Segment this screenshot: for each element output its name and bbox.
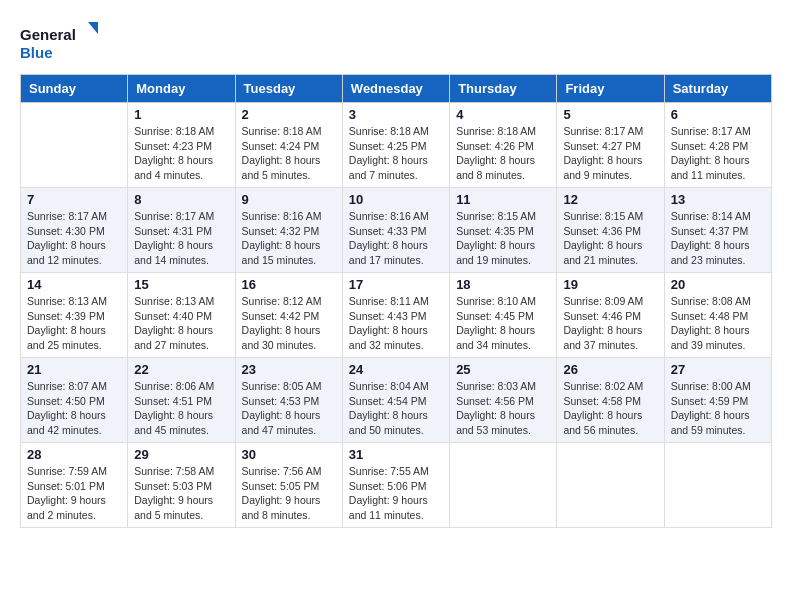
day-info: Sunrise: 8:08 AM Sunset: 4:48 PM Dayligh… [671, 294, 765, 353]
day-info: Sunrise: 8:13 AM Sunset: 4:39 PM Dayligh… [27, 294, 121, 353]
calendar-cell [664, 443, 771, 528]
day-number: 19 [563, 277, 657, 292]
sunset: Sunset: 5:01 PM [27, 480, 105, 492]
sunrise: Sunrise: 7:58 AM [134, 465, 214, 477]
day-info: Sunrise: 8:17 AM Sunset: 4:31 PM Dayligh… [134, 209, 228, 268]
day-number: 10 [349, 192, 443, 207]
day-number: 21 [27, 362, 121, 377]
sunrise: Sunrise: 8:11 AM [349, 295, 429, 307]
day-info: Sunrise: 8:16 AM Sunset: 4:32 PM Dayligh… [242, 209, 336, 268]
column-header-sunday: Sunday [21, 75, 128, 103]
daylight: Daylight: 8 hours and 47 minutes. [242, 409, 321, 436]
calendar-cell: 22 Sunrise: 8:06 AM Sunset: 4:51 PM Dayl… [128, 358, 235, 443]
sunset: Sunset: 4:39 PM [27, 310, 105, 322]
calendar-cell [450, 443, 557, 528]
daylight: Daylight: 8 hours and 30 minutes. [242, 324, 321, 351]
day-info: Sunrise: 8:02 AM Sunset: 4:58 PM Dayligh… [563, 379, 657, 438]
day-number: 8 [134, 192, 228, 207]
daylight: Daylight: 8 hours and 15 minutes. [242, 239, 321, 266]
sunset: Sunset: 4:50 PM [27, 395, 105, 407]
calendar-week-row: 14 Sunrise: 8:13 AM Sunset: 4:39 PM Dayl… [21, 273, 772, 358]
day-number: 12 [563, 192, 657, 207]
day-info: Sunrise: 8:18 AM Sunset: 4:24 PM Dayligh… [242, 124, 336, 183]
sunrise: Sunrise: 8:12 AM [242, 295, 322, 307]
day-number: 17 [349, 277, 443, 292]
daylight: Daylight: 8 hours and 4 minutes. [134, 154, 213, 181]
sunset: Sunset: 4:37 PM [671, 225, 749, 237]
column-header-monday: Monday [128, 75, 235, 103]
sunrise: Sunrise: 8:06 AM [134, 380, 214, 392]
daylight: Daylight: 8 hours and 17 minutes. [349, 239, 428, 266]
day-number: 15 [134, 277, 228, 292]
day-number: 6 [671, 107, 765, 122]
calendar-cell: 10 Sunrise: 8:16 AM Sunset: 4:33 PM Dayl… [342, 188, 449, 273]
daylight: Daylight: 8 hours and 59 minutes. [671, 409, 750, 436]
sunset: Sunset: 4:54 PM [349, 395, 427, 407]
day-number: 29 [134, 447, 228, 462]
day-number: 13 [671, 192, 765, 207]
day-info: Sunrise: 8:17 AM Sunset: 4:27 PM Dayligh… [563, 124, 657, 183]
calendar-cell: 8 Sunrise: 8:17 AM Sunset: 4:31 PM Dayli… [128, 188, 235, 273]
day-info: Sunrise: 8:18 AM Sunset: 4:25 PM Dayligh… [349, 124, 443, 183]
calendar-week-row: 7 Sunrise: 8:17 AM Sunset: 4:30 PM Dayli… [21, 188, 772, 273]
svg-text:General: General [20, 26, 76, 43]
sunset: Sunset: 4:26 PM [456, 140, 534, 152]
sunset: Sunset: 4:23 PM [134, 140, 212, 152]
daylight: Daylight: 8 hours and 14 minutes. [134, 239, 213, 266]
column-header-tuesday: Tuesday [235, 75, 342, 103]
sunrise: Sunrise: 8:05 AM [242, 380, 322, 392]
daylight: Daylight: 8 hours and 9 minutes. [563, 154, 642, 181]
sunrise: Sunrise: 8:13 AM [134, 295, 214, 307]
day-info: Sunrise: 8:06 AM Sunset: 4:51 PM Dayligh… [134, 379, 228, 438]
day-info: Sunrise: 8:14 AM Sunset: 4:37 PM Dayligh… [671, 209, 765, 268]
day-info: Sunrise: 8:09 AM Sunset: 4:46 PM Dayligh… [563, 294, 657, 353]
column-header-friday: Friday [557, 75, 664, 103]
calendar-cell: 4 Sunrise: 8:18 AM Sunset: 4:26 PM Dayli… [450, 103, 557, 188]
sunset: Sunset: 5:05 PM [242, 480, 320, 492]
calendar-cell: 19 Sunrise: 8:09 AM Sunset: 4:46 PM Dayl… [557, 273, 664, 358]
calendar-header-row: SundayMondayTuesdayWednesdayThursdayFrid… [21, 75, 772, 103]
day-info: Sunrise: 8:12 AM Sunset: 4:42 PM Dayligh… [242, 294, 336, 353]
daylight: Daylight: 8 hours and 53 minutes. [456, 409, 535, 436]
sunset: Sunset: 4:27 PM [563, 140, 641, 152]
daylight: Daylight: 8 hours and 34 minutes. [456, 324, 535, 351]
calendar-cell: 14 Sunrise: 8:13 AM Sunset: 4:39 PM Dayl… [21, 273, 128, 358]
day-info: Sunrise: 8:05 AM Sunset: 4:53 PM Dayligh… [242, 379, 336, 438]
calendar-cell: 23 Sunrise: 8:05 AM Sunset: 4:53 PM Dayl… [235, 358, 342, 443]
daylight: Daylight: 9 hours and 2 minutes. [27, 494, 106, 521]
sunset: Sunset: 4:58 PM [563, 395, 641, 407]
sunset: Sunset: 5:03 PM [134, 480, 212, 492]
day-number: 25 [456, 362, 550, 377]
calendar-cell: 28 Sunrise: 7:59 AM Sunset: 5:01 PM Dayl… [21, 443, 128, 528]
day-info: Sunrise: 8:10 AM Sunset: 4:45 PM Dayligh… [456, 294, 550, 353]
calendar-cell: 26 Sunrise: 8:02 AM Sunset: 4:58 PM Dayl… [557, 358, 664, 443]
sunset: Sunset: 4:24 PM [242, 140, 320, 152]
sunrise: Sunrise: 8:03 AM [456, 380, 536, 392]
day-info: Sunrise: 8:15 AM Sunset: 4:36 PM Dayligh… [563, 209, 657, 268]
calendar-cell: 2 Sunrise: 8:18 AM Sunset: 4:24 PM Dayli… [235, 103, 342, 188]
daylight: Daylight: 9 hours and 11 minutes. [349, 494, 428, 521]
day-number: 1 [134, 107, 228, 122]
day-number: 24 [349, 362, 443, 377]
calendar-cell: 21 Sunrise: 8:07 AM Sunset: 4:50 PM Dayl… [21, 358, 128, 443]
calendar-cell: 7 Sunrise: 8:17 AM Sunset: 4:30 PM Dayli… [21, 188, 128, 273]
column-header-wednesday: Wednesday [342, 75, 449, 103]
sunrise: Sunrise: 7:55 AM [349, 465, 429, 477]
svg-text:Blue: Blue [20, 44, 53, 61]
calendar-cell: 27 Sunrise: 8:00 AM Sunset: 4:59 PM Dayl… [664, 358, 771, 443]
sunset: Sunset: 4:28 PM [671, 140, 749, 152]
calendar-cell: 1 Sunrise: 8:18 AM Sunset: 4:23 PM Dayli… [128, 103, 235, 188]
day-info: Sunrise: 7:56 AM Sunset: 5:05 PM Dayligh… [242, 464, 336, 523]
daylight: Daylight: 8 hours and 8 minutes. [456, 154, 535, 181]
day-number: 7 [27, 192, 121, 207]
daylight: Daylight: 8 hours and 50 minutes. [349, 409, 428, 436]
daylight: Daylight: 9 hours and 5 minutes. [134, 494, 213, 521]
sunrise: Sunrise: 8:18 AM [456, 125, 536, 137]
sunrise: Sunrise: 8:15 AM [456, 210, 536, 222]
day-info: Sunrise: 8:04 AM Sunset: 4:54 PM Dayligh… [349, 379, 443, 438]
calendar-cell [21, 103, 128, 188]
calendar-cell [557, 443, 664, 528]
sunset: Sunset: 4:40 PM [134, 310, 212, 322]
sunrise: Sunrise: 8:14 AM [671, 210, 751, 222]
day-number: 22 [134, 362, 228, 377]
